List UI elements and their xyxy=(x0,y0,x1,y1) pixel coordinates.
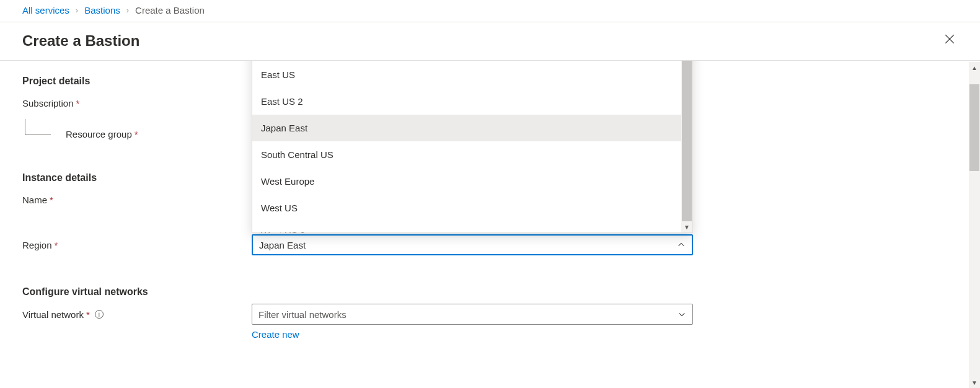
close-icon[interactable] xyxy=(942,31,958,50)
chevron-down-icon xyxy=(678,310,686,319)
chevron-right-icon: › xyxy=(126,6,129,15)
tree-connector-icon xyxy=(25,119,51,135)
page-scrollbar[interactable]: ▲ ▼ xyxy=(969,62,980,388)
region-option[interactable]: West US xyxy=(252,195,681,221)
label-region: Region * xyxy=(22,240,252,250)
breadcrumb-link-bastions[interactable]: Bastions xyxy=(84,5,120,15)
breadcrumb-link-all-services[interactable]: All services xyxy=(22,5,69,15)
scroll-down-icon[interactable]: ▼ xyxy=(969,377,980,388)
region-option[interactable]: South Central US xyxy=(252,141,681,168)
required-asterisk: * xyxy=(50,195,53,205)
region-option[interactable]: East US 2 xyxy=(252,88,681,115)
info-icon[interactable]: i xyxy=(95,310,104,319)
region-input[interactable] xyxy=(259,240,677,250)
label-virtual-network: Virtual network * i xyxy=(22,309,252,320)
vnet-placeholder: Filter virtual networks xyxy=(258,309,347,320)
required-asterisk: * xyxy=(55,240,58,250)
scroll-thumb[interactable] xyxy=(682,61,692,221)
label-subscription: Subscription * xyxy=(22,98,252,108)
field-region: Region * Australia EastEast USEast US 2J… xyxy=(22,234,958,255)
breadcrumb: All services › Bastions › Create a Basti… xyxy=(0,0,980,22)
chevron-up-icon xyxy=(677,240,686,249)
field-virtual-network: Virtual network * i Filter virtual netwo… xyxy=(22,304,958,325)
region-dropdown-list[interactable]: Australia EastEast USEast US 2Japan East… xyxy=(252,61,693,233)
chevron-right-icon: › xyxy=(76,6,78,15)
scroll-up-icon[interactable]: ▲ xyxy=(969,62,980,73)
breadcrumb-current: Create a Bastion xyxy=(135,5,205,15)
required-asterisk: * xyxy=(135,129,138,139)
region-option[interactable]: West US 2 xyxy=(252,221,681,232)
region-option[interactable]: West Europe xyxy=(252,168,681,195)
page-header: Create a Bastion xyxy=(0,22,980,61)
label-name: Name * xyxy=(22,195,252,205)
scroll-down-icon[interactable]: ▼ xyxy=(681,221,692,232)
region-option[interactable]: Japan East xyxy=(252,115,681,141)
required-asterisk: * xyxy=(76,98,80,108)
region-option[interactable]: East US xyxy=(252,61,681,88)
create-new-vnet-link[interactable]: Create new xyxy=(252,329,693,340)
virtual-network-combobox[interactable]: Filter virtual networks xyxy=(252,304,693,325)
label-resource-group: Resource group * xyxy=(22,129,252,139)
dropdown-scrollbar[interactable]: ▲ ▼ xyxy=(681,61,692,232)
page-title: Create a Bastion xyxy=(22,32,139,50)
region-combobox[interactable] xyxy=(252,234,693,255)
form-content: Project details Subscription * Resource … xyxy=(0,61,980,387)
scroll-thumb[interactable] xyxy=(969,84,979,171)
section-virtual-networks: Configure virtual networks xyxy=(22,286,958,298)
required-asterisk: * xyxy=(86,309,90,320)
